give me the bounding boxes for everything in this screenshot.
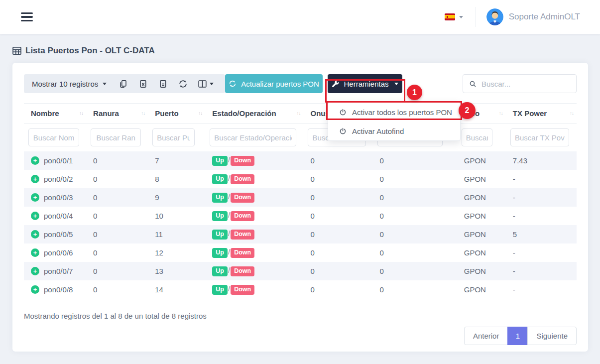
onus-s-cell: 0 bbox=[373, 225, 457, 243]
status-down-badge: Down bbox=[231, 266, 254, 276]
port-name: pon0/0/7 bbox=[44, 267, 73, 275]
expand-row-icon[interactable]: + bbox=[31, 285, 39, 294]
expand-row-icon[interactable]: + bbox=[31, 267, 39, 275]
status-down-badge: Down bbox=[231, 193, 254, 203]
estado-cell: Up/Down bbox=[205, 225, 303, 243]
excel-export-button[interactable] bbox=[133, 74, 153, 93]
chevron-down-icon bbox=[210, 83, 214, 85]
current-page-button[interactable]: 1 bbox=[507, 327, 528, 345]
user-menu[interactable]: Soporte AdminOLT bbox=[486, 8, 580, 25]
column-visibility-button[interactable] bbox=[193, 74, 219, 93]
status-up-badge: Up bbox=[212, 174, 228, 184]
onus-s-cell: 0 bbox=[373, 280, 457, 299]
tools-menu-item-1[interactable]: Activar Autofind bbox=[328, 121, 460, 140]
tipo-cell: GPON bbox=[457, 151, 506, 170]
column-header-3[interactable]: Estado/Operación↑↓ bbox=[205, 104, 303, 123]
onus-c-cell: 0 bbox=[303, 225, 372, 243]
expand-row-icon[interactable]: + bbox=[31, 193, 39, 202]
previous-page-button[interactable]: Anterior bbox=[464, 327, 508, 345]
column-header-7[interactable]: TX Power↑↓ bbox=[506, 104, 577, 123]
status-up-badge: Up bbox=[212, 266, 228, 276]
column-header-6[interactable]: Tipo↑↓ bbox=[457, 104, 506, 123]
status-up-badge: Up bbox=[212, 230, 228, 240]
status-down-badge: Down bbox=[231, 174, 254, 184]
port-name: pon0/0/5 bbox=[44, 230, 73, 239]
column-filter-input-7[interactable] bbox=[510, 128, 569, 146]
estado-cell: Up/Down bbox=[205, 243, 303, 262]
sort-icons[interactable]: ↑↓ bbox=[296, 111, 300, 116]
chevron-down-icon bbox=[459, 16, 463, 18]
sort-icons[interactable]: ↑↓ bbox=[141, 111, 145, 116]
expand-row-icon[interactable]: + bbox=[31, 230, 39, 239]
column-header-0[interactable]: Nombre↑↓ bbox=[24, 104, 86, 123]
ranura-cell: 0 bbox=[86, 243, 148, 262]
sort-icons[interactable]: ↑↓ bbox=[499, 111, 503, 116]
onus-c-cell: 0 bbox=[303, 207, 372, 225]
tx-power-cell: - bbox=[506, 188, 577, 207]
status-up-badge: Up bbox=[212, 285, 228, 295]
table-row: +pon0/0/2 0 8 Up/Down 0 0 GPON - bbox=[24, 170, 577, 188]
column-header-2[interactable]: Puerto↑↓ bbox=[148, 104, 205, 123]
puerto-cell: 10 bbox=[148, 207, 205, 225]
next-page-button[interactable]: Siguiente bbox=[527, 327, 577, 345]
column-filter-input-2[interactable] bbox=[152, 128, 195, 146]
page-title: Lista Puertos Pon - OLT C-DATA bbox=[12, 46, 600, 56]
column-header-1[interactable]: Ranura↑↓ bbox=[86, 104, 148, 123]
ranura-cell: 0 bbox=[86, 170, 148, 188]
tipo-cell: GPON bbox=[457, 243, 506, 262]
refresh-pon-ports-button[interactable]: Actualizar puertos PON bbox=[225, 74, 323, 93]
status-down-badge: Down bbox=[231, 211, 254, 221]
table-row: +pon0/0/5 0 11 Up/Down 0 0 GPON 5 bbox=[24, 225, 577, 243]
copy-button[interactable] bbox=[113, 74, 133, 93]
expand-row-icon[interactable]: + bbox=[31, 156, 39, 165]
estado-cell: Up/Down bbox=[205, 262, 303, 280]
expand-row-icon[interactable]: + bbox=[31, 175, 39, 183]
puerto-cell: 11 bbox=[148, 225, 205, 243]
menu-toggle-icon[interactable] bbox=[21, 12, 33, 21]
table-row: +pon0/0/6 0 12 Up/Down 0 0 GPON - bbox=[24, 243, 577, 262]
file-export-icon bbox=[159, 79, 167, 89]
table-row: +pon0/0/8 0 14 Up/Down 0 0 GPON - bbox=[24, 280, 577, 299]
tipo-cell: GPON bbox=[457, 170, 506, 188]
onus-s-cell: 0 bbox=[373, 243, 457, 262]
port-name: pon0/0/1 bbox=[44, 156, 73, 165]
status-up-badge: Up bbox=[212, 193, 228, 203]
search-input[interactable] bbox=[481, 80, 570, 88]
reload-table-button[interactable] bbox=[173, 74, 193, 93]
refresh-icon bbox=[229, 80, 237, 88]
column-visibility-icon bbox=[198, 80, 207, 88]
sort-icons[interactable]: ↑↓ bbox=[198, 111, 202, 116]
table-icon bbox=[12, 47, 21, 55]
language-selector[interactable] bbox=[445, 13, 463, 20]
onus-c-cell: 0 bbox=[303, 280, 372, 299]
power-icon bbox=[339, 109, 347, 116]
onus-s-cell: 0 bbox=[373, 262, 457, 280]
port-name: pon0/0/3 bbox=[44, 193, 73, 202]
port-name: pon0/0/6 bbox=[44, 248, 73, 257]
ranura-cell: 0 bbox=[86, 151, 148, 170]
tools-dropdown-button[interactable]: Herramientas bbox=[328, 74, 402, 93]
port-name: pon0/0/4 bbox=[44, 212, 73, 220]
tools-menu-item-0[interactable]: Activar todos los puertos PON bbox=[328, 103, 460, 121]
tools-label: Herramientas bbox=[344, 80, 388, 88]
tipo-cell: GPON bbox=[457, 280, 506, 299]
chevron-down-icon bbox=[394, 83, 398, 85]
expand-row-icon[interactable]: + bbox=[31, 212, 39, 220]
onus-s-cell: 0 bbox=[373, 188, 457, 207]
onus-c-cell: 0 bbox=[303, 170, 372, 188]
column-filter-input-0[interactable] bbox=[28, 128, 79, 146]
column-filter-input-6[interactable] bbox=[462, 128, 492, 146]
show-entries-dropdown[interactable]: Mostrar 10 registros bbox=[24, 74, 113, 93]
ranura-cell: 0 bbox=[86, 225, 148, 243]
tx-power-cell: - bbox=[506, 243, 577, 262]
sort-icons[interactable]: ↑↓ bbox=[79, 111, 83, 116]
column-filter-input-1[interactable] bbox=[91, 128, 141, 146]
column-filter-input-3[interactable] bbox=[210, 128, 296, 146]
tipo-cell: GPON bbox=[457, 225, 506, 243]
expand-row-icon[interactable]: + bbox=[31, 248, 39, 257]
file-export-button[interactable] bbox=[153, 74, 173, 93]
sort-icons[interactable]: ↑↓ bbox=[570, 111, 574, 116]
tx-power-cell: - bbox=[506, 170, 577, 188]
tx-power-cell: 7.43 bbox=[506, 151, 577, 170]
port-name: pon0/0/8 bbox=[44, 285, 73, 294]
